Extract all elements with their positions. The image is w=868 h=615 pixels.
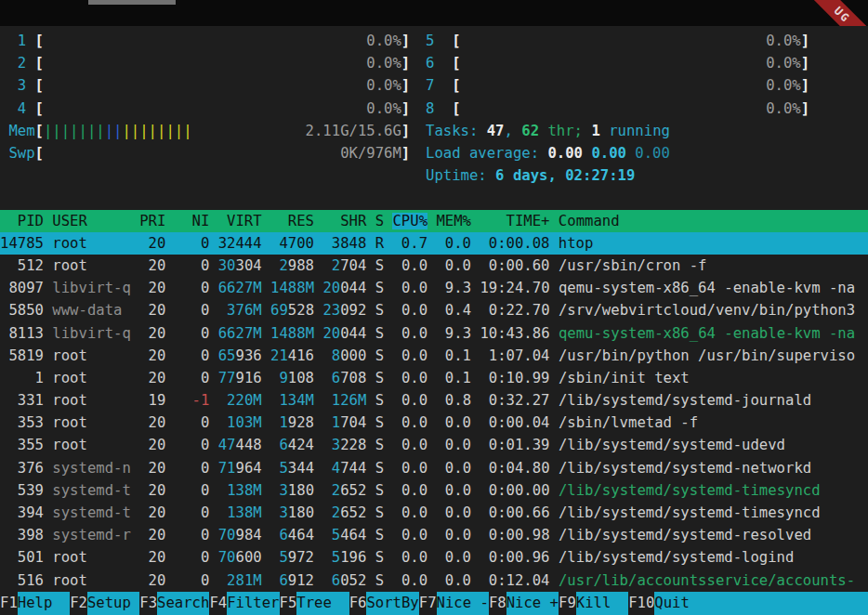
process-row-5819[interactable]: 5819 root 20 0 65936 21416 8000 S 0.0 0.… (0, 345, 868, 367)
process-row-355[interactable]: 355 root 20 0 47448 6424 3228 S 0.0 0.0 … (0, 434, 868, 456)
text-segment: 20 0 (139, 325, 218, 342)
cpu-meter-8-track: 0.0% (461, 98, 801, 120)
text-segment: 416 (288, 347, 332, 364)
fkey-f10-button[interactable]: F10Quit (628, 592, 690, 615)
text-segment: 464 (288, 527, 332, 543)
text-segment: 5 (279, 460, 287, 477)
text-segment: 928 (288, 414, 332, 431)
fkey-f3-button[interactable]: F3Search (139, 592, 209, 615)
text-segment: 138M (227, 504, 262, 521)
text-segment (262, 572, 280, 589)
fkey-f9-button[interactable]: F9Kill (559, 592, 628, 615)
text-segment: 516 root 20 0 (0, 572, 227, 589)
text-segment: Load average: (426, 145, 547, 162)
text-segment (262, 504, 280, 521)
text-segment: 20 0 (139, 460, 218, 477)
text-segment: libvirt-q (52, 280, 139, 296)
memory-meter-track: |||||||||||||||||2.11G/15.6G (44, 120, 401, 142)
text-segment: qemu-system-x86_64 -enable-kvm -na (559, 325, 855, 342)
cpu-meter-6-value: 0.0% (766, 52, 801, 74)
cpu-meter-7-value: 0.0% (766, 74, 801, 97)
text-segment: 5 (279, 549, 287, 566)
fkey-f1-button[interactable]: F1Help (0, 592, 70, 615)
text-segment: MEM% TIME+ Command (427, 213, 620, 229)
fkey-bar-filler (690, 592, 868, 615)
text-segment: 20 0 (139, 280, 218, 296)
process-row-394[interactable]: 394 systemd-t 20 0 138M 3180 2652 S 0.0 … (0, 502, 868, 524)
text-segment: 20 (322, 325, 340, 342)
fkey-f5-button[interactable]: F5Tree (280, 592, 349, 615)
table-header-row[interactable]: PID USER PRI NI VIRT RES SHR S CPU% MEM%… (0, 210, 868, 232)
text-segment: 424 (288, 437, 332, 453)
process-row-353[interactable]: 353 root 20 0 103M 1928 1704 S 0.0 0.0 0… (0, 412, 868, 434)
text-segment: 108 (288, 370, 332, 386)
text-segment: 4 (332, 460, 340, 477)
text-segment: 0.00 (635, 145, 670, 162)
process-row-331[interactable]: 331 root 19 -1 220M 134M 126M S 0.0 0.8 … (0, 389, 868, 412)
open-bracket: [ (452, 55, 460, 72)
text-segment: 353 root 20 0 (0, 414, 227, 431)
process-row-376[interactable]: 376 systemd-n 20 0 71964 5344 4744 S 0.0… (0, 457, 868, 479)
text-segment: 20 0 (139, 527, 218, 543)
close-bracket: ] (801, 100, 809, 117)
close-bracket: ] (801, 55, 809, 72)
text-segment: 6627M (218, 280, 262, 296)
swap-meter-label: Swp (0, 145, 35, 162)
text-segment: 71 (218, 460, 236, 477)
process-row-1[interactable]: 1 root 20 0 77916 9108 6708 S 0.0 0.1 0:… (0, 367, 868, 389)
fkey-action-label: Filter (227, 592, 279, 615)
process-row-512[interactable]: 512 root 20 0 30304 2988 2704 S 0.0 0.0 … (0, 255, 868, 277)
text-segment: 134M (279, 392, 314, 409)
fkey-action-label: Setup (87, 592, 139, 615)
text-segment: 0.00 (547, 145, 591, 162)
cpu-meter-3-value: 0.0% (366, 74, 401, 97)
text-segment: 180 (288, 504, 332, 521)
cpu-meter-5-value: 0.0% (766, 30, 801, 52)
text-segment: -1 (192, 392, 210, 409)
fkey-f4-button[interactable]: F4Filter (209, 592, 279, 615)
cpu-meter-2-track: 0.0% (44, 52, 401, 74)
uptime-line: Uptime: 6 days, 02:27:19 (426, 164, 809, 187)
open-bracket: [ (35, 145, 44, 162)
fkey-label: F9 (559, 592, 576, 615)
meters-right-column: 5 [0.0%]6 [0.0%]7 [0.0%]8 [0.0%]Tasks: 4… (426, 30, 809, 187)
process-row-539[interactable]: 539 systemd-t 20 0 138M 3180 2652 S 0.0 … (0, 479, 868, 502)
swap-meter-value: 0K/976M (340, 142, 401, 164)
text-segment: 744 S 0.0 0.0 0:04.80 /lib/systemd/syste… (340, 460, 811, 477)
open-bracket: [ (35, 55, 44, 72)
process-row-398[interactable]: 398 systemd-r 20 0 70984 6464 5464 S 0.0… (0, 524, 868, 546)
text-segment: 220M (227, 392, 262, 409)
text-segment (314, 325, 322, 342)
text-segment (262, 280, 270, 296)
cpu-meter-4-track: 0.0% (44, 98, 401, 120)
fkey-f7-button[interactable]: F7Nice - (419, 592, 489, 615)
fkey-label: F4 (209, 592, 227, 615)
memory-meter-bars: || (105, 120, 123, 142)
debug-ribbon-label: UG (832, 5, 853, 26)
close-bracket: ] (401, 100, 410, 117)
process-row-8113[interactable]: 8113 libvirt-q 20 0 6627M 1488M 20044 S … (0, 322, 868, 345)
function-key-bar: F1Help F2Setup F3SearchF4FilterF5Tree F6… (0, 592, 868, 615)
cpu-meter-2-value: 0.0% (366, 52, 401, 74)
text-segment: 1488M (270, 325, 314, 342)
fkey-f2-button[interactable]: F2Setup (70, 592, 139, 615)
fkey-f8-button[interactable]: F8Nice + (489, 592, 559, 615)
fkey-action-label: Tree (296, 592, 349, 615)
cpu-meter-5-label: 5 (426, 33, 452, 49)
fkey-f6-button[interactable]: F6SortBy (349, 592, 419, 615)
process-row-5850[interactable]: 5850 www-data 20 0 376M 69528 23092 S 0.… (0, 299, 868, 321)
text-segment: 70 (218, 527, 236, 543)
cpu-meter-4-value: 0.0% (366, 98, 401, 120)
text-segment: 20 0 (139, 504, 227, 521)
text-segment: 8 (332, 347, 340, 364)
process-row-8097[interactable]: 8097 libvirt-q 20 0 6627M 1488M 20044 S … (0, 277, 868, 299)
text-segment: 912 (288, 572, 332, 589)
fkey-label: F6 (349, 592, 367, 615)
text-segment: 464 S 0.0 0.0 0:00.98 /lib/systemd/syste… (340, 527, 811, 543)
process-row-516[interactable]: 516 root 20 0 281M 6912 6052 S 0.0 0.0 0… (0, 569, 868, 592)
fkey-action-label: Kill (576, 592, 628, 615)
process-row-501[interactable]: 501 root 20 0 70600 5972 5196 S 0.0 0.0 … (0, 546, 868, 569)
text-segment: 138M (227, 482, 262, 499)
text-segment: 1 (591, 123, 599, 139)
process-row-14785[interactable]: 14785 root 20 0 32444 4700 3848 R 0.7 0.… (0, 232, 868, 255)
